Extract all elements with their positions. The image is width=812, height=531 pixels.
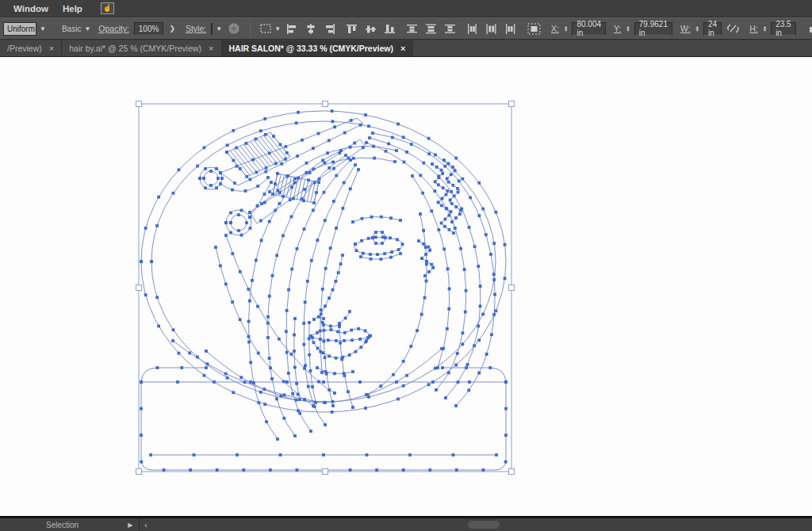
x-input[interactable]: 80.004 in — [572, 22, 606, 36]
opacity-flyout-icon[interactable]: ❯ — [169, 25, 175, 32]
stroke-profile-select[interactable]: Uniform — [3, 22, 36, 36]
w-input[interactable]: 24 in — [703, 22, 722, 36]
brush-name: Basic — [62, 25, 81, 33]
close-icon[interactable]: × — [400, 44, 405, 53]
distribute-right-icon[interactable] — [503, 20, 519, 37]
illustrator-window: Window Help ☝ Uniform ▼ Basic ▼ Opacity:… — [0, 0, 812, 531]
artboard-canvas[interactable] — [0, 57, 812, 516]
separator — [139, 518, 140, 531]
current-tool-label: Selection — [46, 521, 79, 529]
unlink-dimensions-icon[interactable] — [725, 20, 741, 37]
h-input[interactable]: 23.5 in — [771, 22, 795, 36]
y-stepper[interactable]: ▲▼ — [626, 22, 630, 36]
distribute-v-center-icon[interactable] — [423, 20, 439, 37]
align-right-icon[interactable] — [322, 20, 338, 37]
opacity-input[interactable]: 100% — [134, 22, 164, 36]
horizontal-scrollbar[interactable] — [152, 520, 807, 529]
opacity-label[interactable]: Opacity: — [98, 24, 129, 33]
style-label[interactable]: Style: — [186, 24, 206, 33]
control-bar: Uniform ▼ Basic ▼ Opacity: 100% ❯ Style:… — [0, 17, 812, 40]
distribute-left-icon[interactable] — [465, 20, 481, 37]
close-icon[interactable]: × — [49, 44, 54, 53]
align-to-selection-icon[interactable] — [525, 20, 543, 37]
chevron-down-icon[interactable]: ▼ — [274, 22, 281, 36]
align-v-center-icon[interactable] — [363, 20, 379, 37]
w-stepper[interactable]: ▲▼ — [695, 22, 699, 36]
y-label[interactable]: Y: — [614, 24, 621, 33]
tab-document-2[interactable]: hair by.ai* @ 25 % (CMYK/Preview) × — [62, 40, 221, 56]
separator — [250, 21, 251, 36]
scrollbar-thumb[interactable] — [468, 521, 500, 529]
status-bar: Selection ▶ ‹ — [0, 518, 812, 531]
hand-cursor-icon[interactable]: ☝ — [101, 2, 114, 14]
menu-window[interactable]: Window — [6, 4, 56, 13]
y-input[interactable]: 79.9621 in — [634, 22, 672, 36]
document-tab-bar: /Preview) × hair by.ai* @ 25 % (CMYK/Pre… — [0, 40, 812, 57]
selected-artwork[interactable] — [0, 57, 812, 516]
anchor-points — [140, 109, 508, 472]
w-label[interactable]: W: — [680, 24, 691, 33]
align-bottom-icon[interactable] — [382, 20, 398, 37]
transform-options-icon[interactable] — [806, 20, 812, 37]
x-stepper[interactable]: ▲▼ — [564, 22, 568, 36]
distribute-bottom-icon[interactable] — [442, 20, 458, 37]
tab-document-1[interactable]: /Preview) × — [0, 40, 62, 56]
close-icon[interactable]: × — [209, 44, 213, 53]
chevron-down-icon[interactable]: ▼ — [84, 22, 90, 36]
align-left-icon[interactable] — [284, 20, 300, 37]
tab-document-3-active[interactable]: HAIR SALON* @ 33.33 % (CMYK/Preview) × — [222, 40, 414, 56]
chevron-down-icon[interactable]: ▼ — [216, 22, 222, 36]
h-label[interactable]: H: — [749, 24, 758, 33]
status-flyout-icon[interactable]: ▶ — [128, 521, 132, 529]
align-h-center-icon[interactable] — [303, 20, 319, 37]
menu-bar: Window Help ☝ — [0, 0, 812, 17]
chevron-down-icon[interactable]: ▼ — [40, 22, 46, 36]
style-swatch[interactable] — [211, 23, 213, 35]
select-similar-icon[interactable] — [258, 20, 274, 37]
h-stepper[interactable]: ▲▼ — [763, 22, 767, 36]
distribute-top-icon[interactable] — [404, 20, 420, 37]
scroll-left-icon[interactable]: ‹ — [144, 521, 147, 529]
align-top-icon[interactable] — [344, 20, 360, 37]
recolor-artwork-icon[interactable] — [225, 20, 243, 37]
distribute-h-center-icon[interactable] — [484, 20, 500, 37]
x-label[interactable]: X: — [551, 24, 559, 33]
menu-help[interactable]: Help — [56, 4, 90, 13]
